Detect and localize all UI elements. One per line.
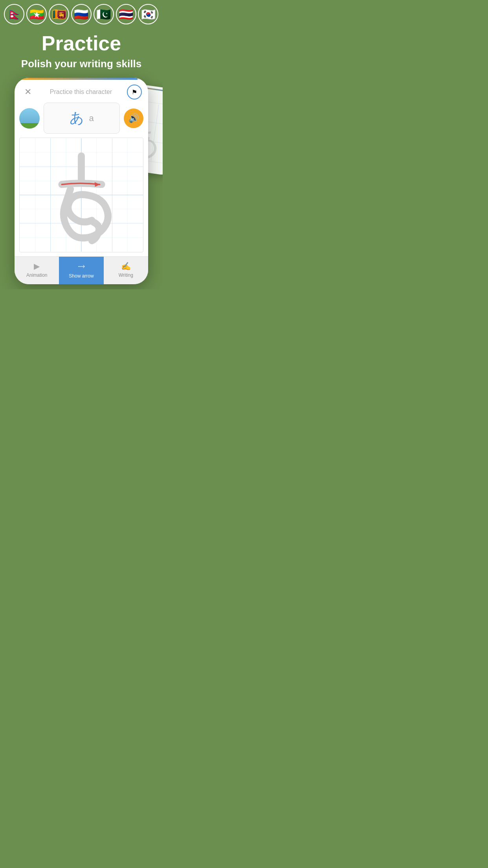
main-phone: ✕ Practice this character ⚑ あ a 🔊 bbox=[15, 78, 148, 284]
close-icon: ✕ bbox=[24, 87, 31, 97]
tab-animation[interactable]: ▶ Animation bbox=[15, 257, 59, 284]
drawing-canvas[interactable] bbox=[19, 138, 143, 252]
avatar bbox=[19, 108, 40, 129]
speaker-icon: 🔊 bbox=[128, 113, 139, 123]
tab-show-arrow[interactable]: ⤑ Show arrow bbox=[59, 257, 103, 284]
close-button[interactable]: ✕ bbox=[21, 85, 35, 99]
flag-srilanka[interactable]: 🇱🇰 bbox=[49, 4, 69, 24]
arrow-icon: ⤑ bbox=[78, 261, 85, 272]
flag-pakistan[interactable]: 🇵🇰 bbox=[94, 4, 114, 24]
character-box: あ a bbox=[44, 103, 120, 134]
character-row: あ a 🔊 bbox=[15, 103, 148, 138]
character-romaji: a bbox=[89, 113, 94, 123]
sound-button[interactable]: 🔊 bbox=[124, 108, 143, 128]
flag-myanmar[interactable]: 🇲🇲 bbox=[26, 4, 47, 24]
animation-icon: ▶ bbox=[34, 261, 40, 271]
progress-bar-container bbox=[15, 78, 148, 80]
tab-writing[interactable]: ✍ Writing bbox=[104, 257, 148, 284]
tab-bar: ▶ Animation ⤑ Show arrow ✍ Writing bbox=[15, 256, 148, 284]
flag-southkorea[interactable]: 🇰🇷 bbox=[138, 4, 158, 24]
progress-bar-fill bbox=[15, 78, 138, 80]
avatar-grass bbox=[19, 123, 40, 129]
tab-animation-label: Animation bbox=[26, 272, 47, 278]
flag-nepal[interactable]: 🇳🇵 bbox=[4, 4, 24, 24]
hero-section: Practice Polish your writing skills bbox=[0, 28, 163, 78]
hero-title: Practice bbox=[8, 32, 155, 55]
phone-header: ✕ Practice this character ⚑ bbox=[15, 80, 148, 103]
tab-writing-label: Writing bbox=[119, 272, 133, 278]
flag-russia[interactable]: 🇷🇺 bbox=[71, 4, 92, 24]
hero-subtitle: Polish your writing skills bbox=[8, 58, 155, 70]
flag-thailand[interactable]: 🇹🇭 bbox=[116, 4, 136, 24]
writing-icon: ✍ bbox=[121, 261, 131, 271]
character-hiragana: あ bbox=[70, 108, 84, 128]
flag-icon: ⚑ bbox=[132, 88, 137, 96]
phone-container: ✕ あ ✕ bbox=[0, 78, 163, 284]
report-flag-button[interactable]: ⚑ bbox=[127, 85, 142, 99]
header-title: Practice this character bbox=[50, 88, 112, 96]
flag-row: 🇳🇵 🇲🇲 🇱🇰 🇷🇺 🇵🇰 🇹🇭 🇰🇷 bbox=[0, 0, 163, 28]
tab-show-arrow-label: Show arrow bbox=[69, 273, 94, 279]
